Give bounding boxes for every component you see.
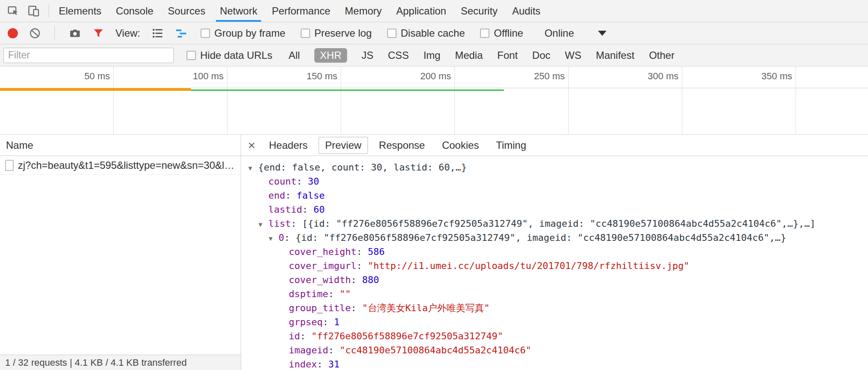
tree-node: id: "ff276e8056f58896e7cf92505a312749" [241, 329, 868, 343]
preserve-log-checkbox[interactable] [301, 29, 310, 38]
json-string: "" [339, 287, 351, 301]
inspect-icon[interactable] [7, 5, 20, 17]
json-text: : [356, 245, 368, 259]
tab-console[interactable]: Console [109, 0, 161, 22]
hide-data-urls-label: Hide data URLs [200, 49, 272, 61]
tab-performance[interactable]: Performance [264, 0, 337, 22]
json-number: 31 [328, 357, 340, 370]
view-label: View: [115, 27, 140, 39]
json-key: id [289, 329, 300, 343]
json-key: lastid [268, 202, 302, 217]
network-toolbar: View: Group by framePreserve logDisable … [0, 22, 868, 44]
filter-type-img[interactable]: Img [423, 49, 440, 61]
capture-screenshots-button[interactable] [69, 27, 81, 40]
throttling-select[interactable]: Online [544, 27, 606, 39]
record-button[interactable] [8, 28, 18, 38]
name-column-header[interactable]: Name [0, 135, 241, 156]
tree-node-expandable[interactable]: ▼list: [{id: "ff276e8056f58896e7cf92505a… [241, 217, 868, 231]
tick-label: 250 ms [534, 71, 565, 82]
disclosure-triangle-icon[interactable]: ▼ [257, 217, 268, 231]
json-number: 1 [334, 315, 339, 329]
json-text: : [317, 357, 328, 370]
json-key: dsptime [289, 287, 328, 301]
tree-node: cover_width: 880 [241, 273, 868, 287]
offline-checkbox[interactable] [480, 29, 489, 38]
json-text: [{id: "ff276e8056f58896e7cf92505a312749"… [302, 217, 815, 231]
json-string: "台湾美女Kila户外唯美写真" [362, 301, 489, 315]
detail-tab-timing[interactable]: Timing [490, 137, 532, 153]
offline-toggle[interactable]: Offline [480, 27, 523, 39]
detail-tab-response[interactable]: Response [373, 137, 431, 153]
device-toolbar-icon[interactable] [27, 5, 40, 17]
large-rows-toggle-button[interactable] [151, 27, 164, 40]
json-key: cover_width [289, 273, 351, 287]
tab-elements[interactable]: Elements [52, 0, 109, 22]
hide-data-urls-toggle[interactable]: Hide data URLs [187, 49, 272, 61]
tab-memory[interactable]: Memory [338, 0, 389, 22]
tree-node-expandable[interactable]: ▼{end: false, count: 30, lastid: 60,…} [241, 160, 868, 174]
request-rows: zj?ch=beauty&t1=595&listtype=new&sn=30&l… [0, 156, 241, 175]
request-list-panel: Name zj?ch=beauty&t1=595&listtype=new&sn… [0, 135, 241, 370]
tick-label: 100 ms [193, 71, 224, 82]
json-text: : [296, 174, 308, 188]
json-text: : [285, 188, 297, 202]
hide-data-urls-checkbox[interactable] [187, 51, 196, 60]
filter-toggle-button[interactable] [92, 27, 104, 39]
json-number: 60 [313, 202, 325, 217]
timeline-tick: 150 ms [227, 66, 341, 134]
json-text: {id: "ff276e8056f58896e7cf92505a312749",… [296, 231, 786, 245]
tab-application[interactable]: Application [389, 0, 453, 22]
clear-button[interactable] [29, 27, 41, 39]
filter-type-doc[interactable]: Doc [532, 49, 551, 61]
filter-type-js[interactable]: JS [362, 49, 374, 61]
filter-type-all[interactable]: All [288, 49, 300, 61]
network-main: Name zj?ch=beauty&t1=595&listtype=new&sn… [0, 135, 868, 370]
waterfall-icon [175, 27, 188, 40]
offline-label: Offline [494, 27, 523, 39]
list-view-icon [151, 27, 164, 40]
json-text: : [328, 287, 340, 301]
preview-tree: ▼{end: false, count: 30, lastid: 60,…}co… [241, 156, 868, 370]
filter-input[interactable] [3, 48, 174, 63]
detail-tab-cookies[interactable]: Cookies [436, 137, 485, 153]
filter-type-css[interactable]: CSS [388, 49, 409, 61]
json-string: "ff276e8056f58896e7cf92505a312749" [311, 329, 503, 343]
disable-cache-label: Disable cache [401, 27, 465, 39]
request-list-empty-area [0, 175, 241, 355]
disclosure-triangle-icon[interactable]: ▼ [247, 161, 258, 175]
timeline-overview[interactable]: 50 ms100 ms150 ms200 ms250 ms300 ms350 m… [0, 66, 868, 135]
detail-tab-preview[interactable]: Preview [319, 137, 368, 154]
json-text: : [291, 217, 302, 231]
tab-sources[interactable]: Sources [161, 0, 213, 22]
group-by-frame-toggle[interactable]: Group by frame [201, 27, 285, 39]
tab-security[interactable]: Security [454, 0, 505, 22]
filter-type-xhr[interactable]: XHR [314, 48, 347, 63]
filter-type-font[interactable]: Font [497, 49, 518, 61]
filter-type-ws[interactable]: WS [565, 49, 581, 61]
json-text: : [322, 315, 334, 329]
clear-icon [29, 27, 41, 39]
detail-tab-headers[interactable]: Headers [263, 137, 314, 153]
tree-node: end: false [241, 188, 868, 202]
preserve-log-toggle[interactable]: Preserve log [301, 27, 372, 39]
overview-toggle-button[interactable] [175, 27, 188, 40]
json-key: group_title [289, 301, 351, 315]
filter-type-manifest[interactable]: Manifest [596, 49, 635, 61]
json-text: : [300, 329, 312, 343]
filter-type-other[interactable]: Other [649, 49, 675, 61]
tick-label: 150 ms [307, 71, 337, 82]
tab-audits[interactable]: Audits [505, 0, 548, 22]
disable-cache-checkbox[interactable] [387, 29, 397, 38]
filter-type-media[interactable]: Media [455, 49, 483, 61]
json-text: {end: false, count: 30, lastid: 60,…} [258, 160, 467, 174]
tab-network[interactable]: Network [213, 0, 264, 22]
json-key: 0 [279, 231, 284, 245]
overview-bar-orange [0, 88, 191, 91]
tree-node-expandable[interactable]: ▼0: {id: "ff276e8056f58896e7cf92505a3127… [241, 231, 868, 245]
request-row[interactable]: zj?ch=beauty&t1=595&listtype=new&sn=30&l… [0, 156, 241, 175]
disable-cache-toggle[interactable]: Disable cache [387, 27, 465, 39]
preserve-log-label: Preserve log [314, 27, 372, 39]
disclosure-triangle-icon[interactable]: ▼ [267, 231, 279, 246]
group-by-frame-checkbox[interactable] [201, 29, 210, 38]
close-icon[interactable]: × [243, 139, 261, 152]
